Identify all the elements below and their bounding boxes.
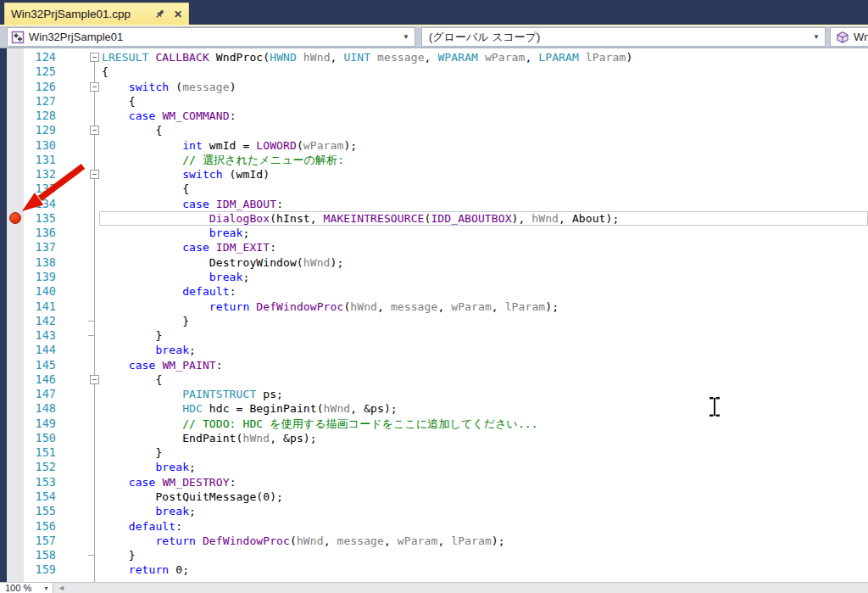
document-tab[interactable]: Win32PrjSample01.cpp ✕ [4, 3, 189, 25]
token-plain: ; [189, 505, 196, 517]
code-line[interactable]: 143 } [0, 328, 868, 343]
line-number[interactable]: 128 [24, 109, 56, 123]
code-line[interactable]: 146− { [0, 372, 868, 387]
code-line[interactable]: 134 case IDM_ABOUT: [0, 197, 868, 211]
token-plain: : [175, 520, 182, 533]
line-number[interactable]: 146 [24, 372, 56, 387]
code-line[interactable]: 153 case WM_DESTROY: [0, 475, 868, 490]
code-line[interactable]: 131 // 選択されたメニューの解析: [0, 153, 868, 167]
line-number[interactable]: 131 [24, 153, 56, 167]
code-line[interactable]: 157 return DefWindowProc(hWnd, message, … [0, 534, 868, 548]
token-type: LRESULT [102, 51, 149, 64]
code-line[interactable]: 142 } [0, 314, 868, 328]
line-number[interactable]: 136 [24, 226, 56, 240]
zoom-level-dropdown[interactable]: 100 % ▼ [0, 583, 53, 593]
code-line[interactable]: 152 break; [0, 460, 868, 474]
code-line[interactable]: 133 { [0, 182, 868, 196]
code-line[interactable]: 130 int wmId = LOWORD(wParam); [0, 138, 868, 153]
line-number[interactable]: 140 [24, 284, 56, 299]
line-number[interactable]: 126 [24, 80, 56, 94]
line-number[interactable]: 159 [24, 562, 56, 577]
line-number[interactable]: 144 [24, 343, 56, 357]
fold-collapse-icon[interactable]: − [90, 375, 99, 384]
line-number[interactable]: 156 [24, 519, 56, 534]
fold-collapse-icon[interactable]: − [90, 53, 99, 62]
token-plain: ( [297, 139, 303, 152]
code-line[interactable]: 147 PAINTSTRUCT ps; [0, 387, 868, 401]
code-line[interactable]: 132− switch (wmId) [0, 167, 868, 182]
line-number[interactable]: 127 [24, 94, 56, 109]
token-plain: DestroyWindow( [209, 256, 303, 269]
line-number[interactable]: 135 [24, 211, 56, 226]
code-line[interactable]: 128 case WM_COMMAND: [0, 109, 868, 123]
line-number[interactable]: 138 [24, 255, 56, 270]
line-number[interactable]: 148 [24, 401, 56, 416]
code-line[interactable]: 124−LRESULT CALLBACK WndProc(HWND hWnd, … [0, 50, 868, 64]
line-number[interactable]: 149 [24, 417, 56, 431]
code-line[interactable]: 150 EndPaint(hWnd, &ps); [0, 431, 868, 445]
line-number[interactable]: 132 [24, 167, 56, 182]
code-line[interactable]: 127 { [0, 94, 868, 109]
line-number[interactable]: 155 [24, 504, 56, 518]
code-line[interactable]: 126− switch (message) [0, 80, 868, 94]
line-number[interactable]: 145 [24, 358, 56, 372]
line-number[interactable]: 153 [24, 475, 56, 490]
code-line[interactable]: 155 break; [0, 504, 868, 518]
fold-collapse-icon[interactable]: − [90, 126, 99, 135]
code-editor[interactable]: 124−LRESULT CALLBACK WndProc(HWND hWnd, … [0, 48, 868, 582]
line-number[interactable]: 158 [24, 548, 56, 562]
fold-collapse-icon[interactable]: − [90, 82, 99, 92]
code-line[interactable]: 135 DialogBox(hInst, MAKEINTRESOURCE(IDD… [0, 211, 868, 226]
code-line[interactable]: 149 // TODO: HDC を使用する描画コードをここに追加してください.… [0, 417, 868, 431]
code-line[interactable]: 159 return 0; [0, 562, 868, 577]
code-line[interactable]: 141 return DefWindowProc(hWnd, message, … [0, 299, 868, 314]
token-kw: case [129, 109, 156, 122]
code-line[interactable]: 148 HDC hdc = BeginPaint(hWnd, &ps); [0, 401, 868, 416]
line-number[interactable]: 130 [24, 138, 56, 153]
member-dropdown[interactable]: Wn [830, 27, 868, 47]
code-line[interactable]: 136 break; [0, 226, 868, 240]
code-line[interactable]: 145 case WM_PAINT: [0, 358, 868, 372]
token-param: wParam [303, 139, 344, 152]
code-line[interactable]: 140 default: [0, 284, 868, 299]
line-number[interactable]: 141 [24, 299, 56, 314]
line-number[interactable]: 151 [24, 445, 56, 460]
fold-collapse-icon[interactable]: − [90, 170, 99, 179]
close-icon[interactable]: ✕ [174, 8, 182, 21]
line-number[interactable]: 152 [24, 460, 56, 474]
code-line[interactable]: 139 break; [0, 270, 868, 284]
line-number[interactable]: 137 [24, 240, 56, 255]
project-dropdown[interactable]: Win32PrjSample01 ▼ [7, 27, 415, 47]
pin-icon[interactable] [153, 8, 167, 21]
line-number[interactable]: 150 [24, 431, 56, 445]
line-number[interactable]: 154 [24, 490, 56, 504]
line-number[interactable]: 147 [24, 387, 56, 401]
token-plain: WndProc( [209, 51, 270, 64]
code-line[interactable]: 158 } [0, 548, 868, 562]
token-kw: case [182, 241, 209, 254]
code-line[interactable]: 144 break; [0, 343, 868, 357]
token-plain: ; [189, 461, 196, 473]
code-line[interactable]: 138 DestroyWindow(hWnd); [0, 255, 868, 270]
code-line[interactable]: 125{ [0, 64, 868, 79]
code-line[interactable]: 156 default: [0, 519, 868, 534]
token-plain: , &ps); [270, 432, 317, 445]
line-number[interactable]: 142 [24, 314, 56, 328]
scope-dropdown[interactable]: (グローバル スコープ) ▼ [421, 27, 826, 47]
horizontal-scrollbar[interactable]: ◄ [54, 583, 868, 593]
line-number[interactable]: 125 [24, 64, 56, 79]
code-line[interactable]: 137 case IDM_EXIT: [0, 240, 868, 255]
line-number[interactable]: 134 [24, 197, 56, 211]
token-comment: // TODO: HDC を使用する描画コードをここに追加してください... [182, 417, 538, 430]
code-line[interactable]: 129− { [0, 123, 868, 137]
line-number[interactable]: 139 [24, 270, 56, 284]
line-number[interactable]: 157 [24, 534, 56, 548]
token-plain: ) [626, 51, 632, 64]
code-line[interactable]: 154 PostQuitMessage(0); [0, 490, 868, 504]
breakpoint-dot[interactable] [9, 212, 21, 224]
line-number[interactable]: 143 [24, 328, 56, 343]
code-line[interactable]: 151 } [0, 445, 868, 460]
line-number[interactable]: 124 [24, 50, 56, 64]
line-number[interactable]: 133 [24, 182, 56, 196]
line-number[interactable]: 129 [24, 123, 56, 137]
